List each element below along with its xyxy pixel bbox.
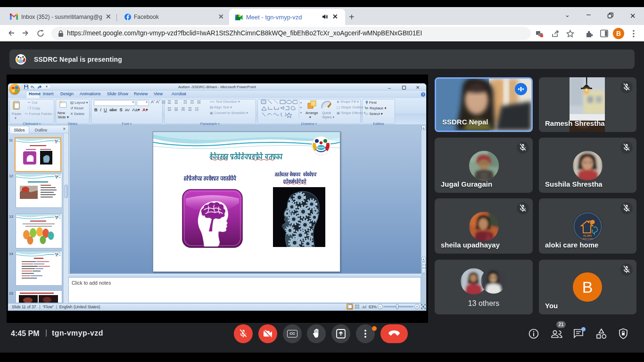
svg-text:SSDRC: SSDRC [18,59,24,61]
svg-text:ALOKI: ALOKI [583,234,592,237]
svg-text:CARE HOME: CARE HOME [582,238,594,240]
svg-text:SSDRC: SSDRC [317,146,325,149]
